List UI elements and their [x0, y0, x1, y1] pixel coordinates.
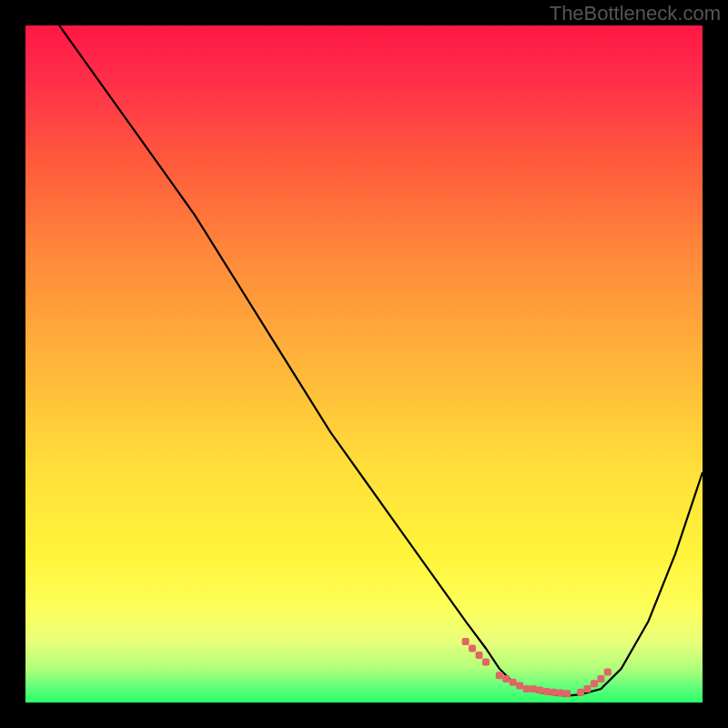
svg-rect-8	[516, 682, 523, 689]
bottleneck-curve	[59, 25, 703, 696]
svg-rect-4	[482, 658, 490, 665]
svg-rect-5	[496, 672, 503, 679]
svg-rect-15	[563, 690, 571, 697]
watermark-text: TheBottleneck.com	[550, 2, 721, 25]
svg-rect-20	[604, 669, 612, 676]
svg-rect-1	[462, 638, 470, 645]
svg-rect-9	[523, 685, 531, 693]
svg-rect-12	[543, 688, 551, 695]
svg-rect-18	[591, 680, 598, 687]
svg-rect-14	[557, 690, 564, 697]
plot-area	[25, 25, 703, 703]
svg-rect-3	[476, 652, 483, 659]
svg-rect-6	[502, 675, 510, 682]
svg-rect-16	[577, 689, 584, 696]
svg-rect-10	[530, 685, 537, 693]
svg-rect-7	[510, 679, 517, 686]
svg-rect-13	[550, 689, 557, 696]
svg-rect-11	[536, 687, 543, 694]
chart-curves	[25, 25, 703, 703]
svg-rect-2	[469, 645, 476, 652]
svg-rect-19	[597, 675, 604, 682]
svg-rect-17	[584, 685, 592, 693]
